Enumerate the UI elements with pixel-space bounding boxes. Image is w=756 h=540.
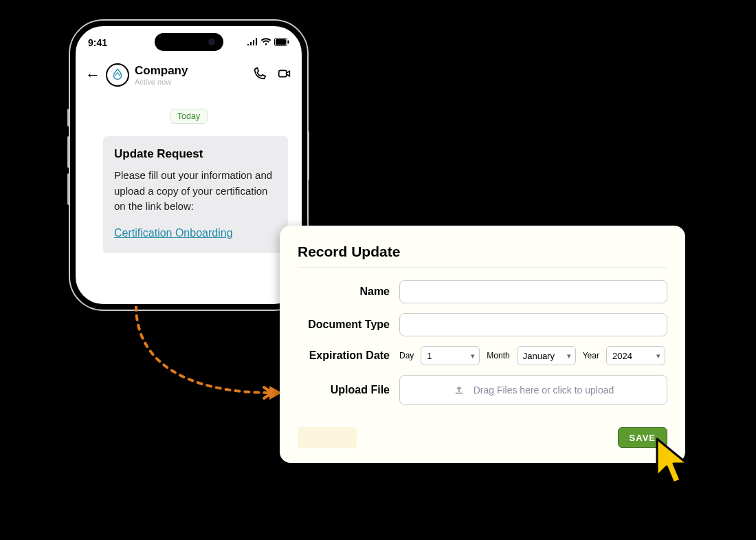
company-avatar[interactable] — [106, 63, 129, 87]
back-button[interactable]: ← — [85, 66, 100, 84]
svg-rect-3 — [279, 70, 287, 76]
chat-header: ← Company Active now — [76, 63, 302, 87]
clock-text: 9:41 — [88, 37, 107, 48]
year-select[interactable]: 2024 — [606, 346, 665, 365]
today-chip: Today — [170, 109, 208, 124]
year-value: 2024 — [612, 351, 632, 361]
day-sublabel: Day — [399, 351, 414, 360]
video-call-button[interactable] — [277, 66, 292, 84]
chat-name: Company — [135, 64, 252, 78]
month-sublabel: Month — [487, 351, 509, 360]
doc-type-input[interactable] — [399, 313, 667, 336]
upload-hint: Drag Files here or click to upload — [474, 385, 614, 396]
message-card: Update Request Please fill out your info… — [103, 136, 288, 253]
day-select[interactable]: 1 — [421, 346, 480, 365]
battery-icon — [274, 37, 289, 48]
exp-date-label: Expiration Date — [298, 349, 399, 362]
year-sublabel: Year — [583, 351, 599, 360]
leaf-icon — [110, 67, 125, 83]
svg-rect-1 — [276, 39, 286, 45]
upload-icon — [453, 384, 465, 396]
name-input[interactable] — [399, 280, 667, 303]
month-select[interactable]: January — [517, 346, 576, 365]
form-title: Record Update — [298, 244, 667, 260]
wifi-icon — [260, 37, 271, 48]
message-body: Please fill out your information and upl… — [114, 168, 277, 215]
voice-call-button[interactable] — [252, 66, 267, 84]
name-label: Name — [298, 285, 399, 298]
save-button[interactable]: SAVE — [618, 427, 667, 448]
chat-status: Active now — [135, 78, 252, 86]
form-divider — [298, 267, 667, 268]
record-update-form: Record Update Name Document Type Expirat… — [280, 226, 685, 463]
svg-rect-2 — [288, 41, 289, 44]
phone-icon — [252, 66, 267, 81]
message-title: Update Request — [114, 147, 277, 161]
accent-stripe — [298, 427, 357, 448]
phone-status-bar: 9:41 — [76, 37, 302, 48]
month-value: January — [523, 351, 555, 361]
doc-type-label: Document Type — [298, 318, 399, 331]
phone-frame: 9:41 ← Company Active now — [70, 21, 307, 310]
signal-icon — [247, 37, 258, 48]
video-icon — [277, 66, 292, 81]
day-value: 1 — [427, 351, 432, 361]
upload-dropzone[interactable]: Drag Files here or click to upload — [399, 375, 667, 405]
certification-link[interactable]: Certification Onboarding — [114, 227, 233, 239]
arrow-indicator — [102, 306, 294, 402]
upload-label: Upload File — [298, 384, 399, 396]
